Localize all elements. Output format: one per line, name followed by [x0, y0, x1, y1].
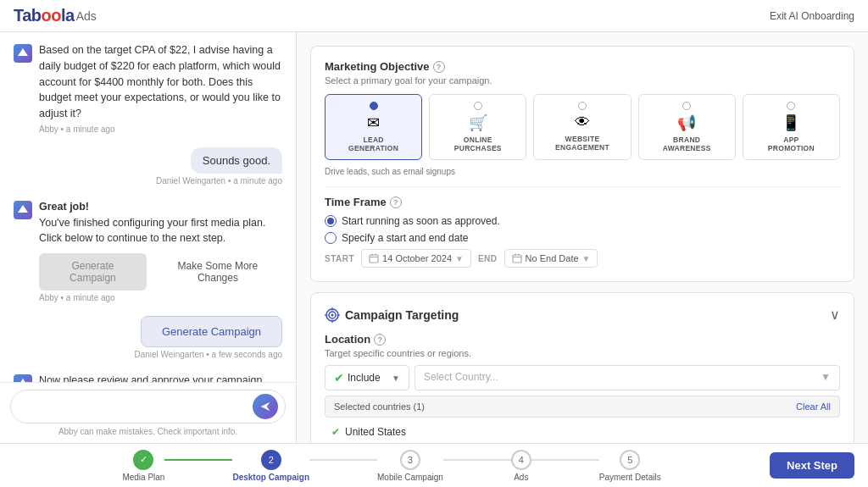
step-2-label: Desktop Campaign — [232, 473, 309, 482]
start-date-value: 14 October 2024 — [382, 253, 452, 263]
step-line-1-2 — [164, 459, 232, 461]
ai-message-2-text: Great job! You've finished configuring y… — [39, 199, 282, 302]
step-5-circle: 5 — [620, 450, 640, 470]
include-row: ✔ Include ▼ Select Country... ▼ — [325, 365, 840, 390]
step-4-ads: 4 Ads — [511, 450, 531, 482]
objective-brand-awareness[interactable]: 📢 BRANDAWARENESS — [638, 94, 736, 160]
next-step-button[interactable]: Next Step — [770, 452, 854, 479]
campaign-targeting-chevron: ∨ — [830, 307, 840, 323]
generate-campaign-button-disabled[interactable]: Generate Campaign — [39, 253, 147, 291]
campaign-targeting-title-text: Campaign Targeting — [345, 308, 459, 322]
chat-input[interactable] — [18, 397, 253, 417]
selected-countries-count: Selected countries (1) — [334, 401, 425, 412]
include-label: Include — [348, 372, 381, 384]
timeframe-radio-1 — [325, 215, 337, 227]
ai-avatar-2 — [14, 201, 32, 219]
step-line-3-4 — [443, 459, 511, 461]
selected-countries-bar: Selected countries (1) Clear All — [325, 396, 840, 418]
ai-message-3-text: Now please review and approve your campa… — [39, 373, 282, 382]
ai-avatar-3 — [14, 374, 32, 382]
svg-point-13 — [331, 313, 334, 316]
location-section: Location ? Target specific countries or … — [325, 333, 840, 441]
country-name: United States — [345, 426, 406, 438]
ai-message-1-meta: Abby • a minute ago — [39, 125, 282, 134]
country-input[interactable]: Select Country... ▼ — [415, 365, 840, 390]
objective-lead-generation-radio — [370, 102, 378, 110]
stepper-inner: ✓ Media Plan 2 Desktop Campaign 3 Mobile… — [14, 450, 770, 482]
website-engagement-icon: 👁 — [575, 113, 590, 131]
campaign-targeting-icon — [325, 307, 340, 323]
country-tag-us: ✔ United States — [325, 423, 840, 441]
objective-app-promotion[interactable]: 📱 APPPROMOTION — [743, 94, 840, 160]
ai-message-2-content: You've finished configuring your first m… — [39, 217, 265, 245]
marketing-objective-info-icon[interactable]: ? — [433, 61, 445, 73]
step-1-media-plan: ✓ Media Plan — [122, 450, 164, 482]
location-label: Location ? — [325, 333, 840, 346]
step-2-circle: 2 — [261, 450, 281, 470]
lead-generation-icon: ✉ — [367, 113, 380, 132]
step-line-2-3 — [309, 459, 377, 461]
marketing-objective-title: Marketing Objective ? — [325, 60, 840, 73]
chat-input-wrapper — [10, 390, 286, 423]
step-3-circle: 3 — [400, 450, 420, 470]
step-5-label: Payment Details — [599, 473, 661, 482]
country-check-icon: ✔ — [331, 426, 340, 438]
objective-app-promotion-radio — [787, 102, 795, 110]
step-line-4-5 — [531, 459, 599, 461]
objective-brand-awareness-radio — [682, 102, 691, 110]
clear-countries-button[interactable]: Clear All — [796, 401, 831, 412]
ai-message-1: Based on the target CPA of $22, I advise… — [14, 42, 282, 134]
start-date-input[interactable]: 14 October 2024 ▼ — [361, 249, 471, 268]
objective-online-purchases[interactable]: 🛒 ONLINEPURCHASES — [429, 94, 526, 160]
marketing-objective-subtitle: Select a primary goal for your campaign. — [325, 75, 840, 86]
timeframe-label-2: Specify a start and end date — [342, 232, 468, 244]
end-label: END — [478, 254, 498, 263]
ai-message-2: Great job! You've finished configuring y… — [14, 199, 282, 302]
ai-message-1-body: Based on the target CPA of $22, I advise… — [39, 42, 282, 122]
objective-website-engagement[interactable]: 👁 WEBSITEENGAGEMENT — [533, 94, 631, 160]
ai-message-2-meta: Abby • a minute ago — [39, 293, 282, 302]
online-purchases-label: ONLINEPURCHASES — [454, 136, 502, 152]
app-promotion-icon: 📱 — [782, 113, 800, 132]
campaign-targeting-title-group: Campaign Targeting — [325, 307, 459, 323]
time-frame-title-text: Time Frame — [325, 196, 387, 208]
right-panel: Marketing Objective ? Select a primary g… — [297, 32, 868, 443]
ai-message-2-bold: Great job! — [39, 201, 89, 213]
location-info-icon[interactable]: ? — [374, 334, 386, 346]
step-2-desktop: 2 Desktop Campaign — [232, 450, 309, 482]
brand-awareness-icon: 📢 — [677, 113, 696, 132]
user-message-1: Sounds good. Daniel Weingarten • a minut… — [14, 147, 282, 185]
exit-ai-onboarding-link[interactable]: Exit AI Onboarding — [770, 10, 854, 22]
logo-text: Taboola — [14, 6, 75, 25]
objective-description: Drive leads, such as email signups — [325, 167, 840, 176]
generate-campaign-button[interactable]: Generate Campaign — [141, 316, 282, 347]
include-check-icon: ✔ — [334, 371, 344, 385]
campaign-targeting-card: Campaign Targeting ∨ Location ? Target s… — [310, 292, 854, 443]
objective-lead-generation[interactable]: ✉ LEADGENERATION — [325, 94, 422, 160]
campaign-targeting-header[interactable]: Campaign Targeting ∨ — [325, 307, 840, 323]
app-promotion-label: APPPROMOTION — [768, 136, 815, 152]
svg-marker-1 — [18, 205, 28, 213]
user-message-1-meta: Daniel Weingarten • a minute ago — [156, 176, 282, 185]
objectives-row: ✉ LEADGENERATION 🛒 ONLINEPURCHASES 👁 WEB… — [325, 94, 840, 160]
main-layout: Based on the target CPA of $22, I advise… — [0, 32, 868, 443]
timeframe-radio-2 — [325, 232, 337, 244]
end-date-input[interactable]: No End Date ▼ — [504, 249, 598, 268]
include-dropdown-arrow: ▼ — [392, 374, 400, 383]
time-frame-info-icon[interactable]: ? — [390, 196, 402, 208]
step-1-label: Media Plan — [122, 473, 164, 482]
start-label: START — [325, 254, 354, 263]
user-bubble-1: Sounds good. — [191, 147, 282, 174]
user-message-2-meta: Daniel Weingarten • a few seconds ago — [134, 350, 282, 359]
include-select[interactable]: ✔ Include ▼ — [325, 365, 409, 390]
step-1-circle: ✓ — [133, 450, 153, 470]
stepper: ✓ Media Plan 2 Desktop Campaign 3 Mobile… — [0, 443, 868, 487]
brand-awareness-label: BRANDAWARENESS — [663, 136, 711, 152]
marketing-objective-title-text: Marketing Objective — [325, 60, 430, 73]
online-purchases-icon: 🛒 — [469, 113, 487, 132]
make-changes-button[interactable]: Make Some More Changes — [153, 253, 282, 291]
timeframe-option-2[interactable]: Specify a start and end date — [325, 232, 840, 244]
send-button[interactable] — [253, 394, 278, 419]
timeframe-option-1[interactable]: Start running as soon as approved. — [325, 215, 840, 227]
ai-avatar — [14, 44, 32, 63]
